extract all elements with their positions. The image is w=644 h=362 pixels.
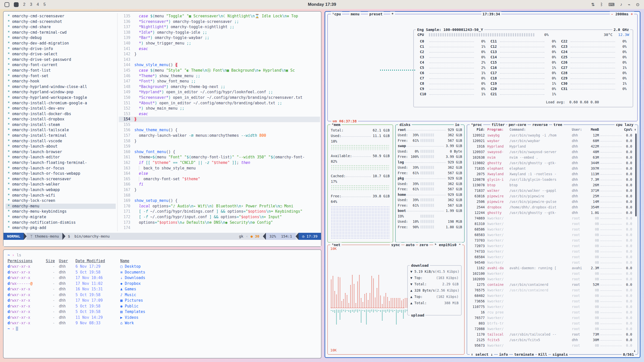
pid-header[interactable]: Pid: bbox=[469, 127, 485, 131]
file-list-item[interactable]: *omarchy-install-terminal bbox=[6, 133, 116, 139]
program-header[interactable]: Program: bbox=[485, 127, 509, 131]
workspace-3-button[interactable]: 3 bbox=[30, 2, 32, 7]
file-list-item[interactable]: *omarchy-launch-floating-terminal- bbox=[6, 160, 116, 166]
power-icon[interactable]: ⊙ bbox=[636, 2, 639, 7]
file-list-item[interactable]: *omarchy-menu bbox=[6, 204, 116, 209]
code-line[interactable]: 150 *Screensaver*) open_in_editor ~/.con… bbox=[119, 95, 320, 101]
net-auto-button[interactable]: auto bbox=[405, 242, 416, 247]
process-row[interactable]: 1170tailscal/usr/sbin/tailscaled --root7… bbox=[469, 332, 636, 337]
cpu-header[interactable]: Cpu% bbox=[623, 127, 632, 131]
code-line[interactable]: 155 bbox=[119, 122, 320, 128]
process-row[interactable]: 74733kworker/root0B0.0 bbox=[469, 249, 636, 254]
workspace-2-button[interactable]: 2 bbox=[23, 2, 25, 7]
code-line[interactable]: 135 case $(menu "Toggle" "▦ Screensaver\… bbox=[119, 14, 320, 19]
net-zero-button[interactable]: zero bbox=[418, 242, 429, 247]
file-list-item[interactable]: *omarchy-hyprland-workspace-toggle bbox=[6, 95, 116, 101]
code-line[interactable]: 162 if [[ "$theme" == "CNCLD" || -z "$th… bbox=[119, 160, 320, 166]
file-list-item[interactable]: *omarchy-install-dev-env bbox=[6, 106, 116, 111]
file-list-item[interactable]: *omarchy-dev-add-migration bbox=[6, 41, 116, 46]
workspace-active-icon[interactable] bbox=[14, 2, 19, 7]
workspace-5-button[interactable]: 5 bbox=[44, 2, 46, 7]
file-list-item[interactable]: *omarchy-lock-screen bbox=[6, 198, 116, 204]
workspace-1-icon[interactable] bbox=[5, 2, 9, 7]
code-line[interactable]: 149 *Hyprland*) open_in_editor ~/.config… bbox=[119, 89, 320, 95]
code-line[interactable]: 136 *Screensaver*) omarchy-toggle-screen… bbox=[119, 19, 320, 25]
info-button[interactable]: info bbox=[498, 352, 509, 357]
process-row[interactable]: 71837walker/usr/bin/walker --gappldhh371… bbox=[469, 188, 636, 193]
mem-header[interactable]: MemB bbox=[586, 127, 599, 131]
process-row[interactable]: 2125fcitx5/usr/bin/fcitx5dhh30M0.0 bbox=[469, 337, 636, 343]
process-row[interactable]: 2506pipewire/usr/bin/pipewire-pulsedhh14… bbox=[469, 199, 636, 204]
file-list-item[interactable]: *omarchy-launch-editor bbox=[6, 155, 116, 160]
process-row[interactable]: 72073kworker/root0B0.0 bbox=[469, 243, 636, 249]
file-list-item[interactable]: *omarchy-migrate bbox=[6, 214, 116, 220]
disks-box-title[interactable]: disks bbox=[398, 122, 412, 127]
process-row[interactable]: 76575kworker//usr/bin/containerdroot0B0.… bbox=[469, 287, 636, 293]
network-icon[interactable]: ⌁ bbox=[628, 2, 630, 7]
signals-button[interactable]: signals bbox=[551, 352, 569, 357]
file-list-item[interactable]: *omarchy-cmd-terminal-cwd bbox=[6, 30, 116, 35]
file-list-item[interactable]: *omarchy-install-vscode bbox=[6, 139, 116, 144]
kill-button[interactable]: Kill bbox=[537, 352, 548, 357]
process-row[interactable]: 119078btopbtopdhh26M0.0 bbox=[469, 182, 636, 188]
code-line[interactable]: 154} bbox=[119, 117, 320, 122]
code-line[interactable]: 169show_setup_menu() { bbox=[119, 198, 320, 204]
select-hint[interactable]: ↑ select ↓ bbox=[470, 352, 494, 357]
file-list-item[interactable]: *omarchy-debug bbox=[6, 35, 116, 41]
process-row[interactable]: 1275containe/usr/bin/containerdroot52M0.… bbox=[469, 282, 636, 287]
code-line[interactable]: 157 omarchy-launch-walker -m menus:omarc… bbox=[119, 133, 320, 139]
code-line[interactable]: 137 *Nightlight*) omarchy-toggle-nightli… bbox=[119, 24, 320, 30]
file-list-item[interactable]: *omarchy-launch-about bbox=[6, 144, 116, 149]
file-list-item[interactable]: *omarchy-install-dropbox bbox=[6, 117, 116, 122]
code-line[interactable]: 166 fi bbox=[119, 182, 320, 187]
process-row[interactable]: 120937swayosd-/usr/bin/swayosd-serverdhh… bbox=[469, 149, 636, 155]
preset-button[interactable]: preset bbox=[368, 12, 384, 17]
process-row[interactable]: 76577kworker/root0B0.0 bbox=[469, 315, 636, 321]
keyboard-icon[interactable]: ⌨ bbox=[608, 2, 615, 7]
file-list-item[interactable]: *omarchy-notification-dismiss bbox=[6, 220, 116, 225]
menu-button[interactable]: menu bbox=[349, 12, 361, 17]
file-list-item[interactable]: *omarchy-font-set bbox=[6, 73, 116, 79]
code-line[interactable]: 164 else bbox=[119, 171, 320, 176]
file-list-item[interactable]: *omarchy-cmd-screenshot bbox=[6, 19, 116, 25]
process-row[interactable]: 120878glycin-i/usr/lib/glycin-loadersdhh… bbox=[469, 177, 636, 182]
file-list-item[interactable]: *omarchy-launch-webapp bbox=[6, 187, 116, 193]
code-line[interactable]: 146 *Theme*) show_theme_menu ;; bbox=[119, 73, 320, 79]
file-list-item[interactable]: *omarchy-hook bbox=[6, 79, 116, 84]
code-line[interactable]: 156show_theme_menu() { bbox=[119, 127, 320, 133]
process-row[interactable]: 73703kworker/root0B0.0 bbox=[469, 238, 636, 243]
io-toggle[interactable]: io bbox=[454, 122, 461, 127]
file-list-item[interactable]: *omarchy-font-list bbox=[6, 68, 116, 73]
user-header[interactable]: User: bbox=[572, 127, 586, 131]
bluetooth-icon[interactable]: ᛒ bbox=[600, 2, 603, 7]
volume-icon[interactable]: ♪ bbox=[620, 2, 622, 7]
file-list-item[interactable]: *omarchy-install-steam bbox=[6, 122, 116, 128]
code-line[interactable]: 170 local options="♪ Audio\n⌁ Wifi\nᛒ Bl… bbox=[119, 204, 320, 209]
file-list-item[interactable]: *omarchy-launch-walker bbox=[6, 182, 116, 187]
file-list-item[interactable]: *omarchy-drive-select bbox=[6, 52, 116, 57]
code-line[interactable]: 153 esac bbox=[119, 111, 320, 117]
code-line[interactable]: 144show_style_menu() { bbox=[119, 62, 320, 68]
code-line[interactable]: 147 *Font*) show_font_menu ;; bbox=[119, 79, 320, 84]
workspace-4-button[interactable]: 4 bbox=[37, 2, 39, 7]
code-line[interactable]: 142} bbox=[119, 52, 320, 57]
code-line[interactable]: 158} bbox=[119, 139, 320, 144]
file-list-item[interactable]: *omarchy-install-chromium-google-a bbox=[6, 101, 116, 106]
file-list-item[interactable]: *omarchy-cmd-screensaver bbox=[6, 14, 116, 19]
file-list-item[interactable]: *omarchy-hyprland-window-pop bbox=[6, 89, 116, 95]
screenshare-icon[interactable]: ⇅ bbox=[591, 2, 595, 7]
terminal-window[interactable]: ~ › ls PermissionsSizeUserDate ModifiedN… bbox=[3, 249, 321, 358]
file-list-item[interactable]: *omarchy-launch-or-focus-webapp bbox=[6, 171, 116, 176]
code-line[interactable]: 165 ▏ omarchy-font-set "$theme" bbox=[119, 176, 320, 182]
code-line[interactable]: 168 bbox=[119, 193, 320, 198]
code-line[interactable]: 139 *Bar*) omarchy-toggle-waybar ;; bbox=[119, 35, 320, 41]
process-row[interactable]: 68586kworker/root0B0.0 bbox=[469, 227, 636, 232]
code-line[interactable]: 140 *) show_trigger_menu ;; bbox=[119, 41, 320, 46]
file-list-item[interactable]: *omarchy-drive-set-password bbox=[6, 57, 116, 63]
code-line[interactable]: 152 *) show_main_menu ;; bbox=[119, 106, 320, 111]
code-line[interactable]: 172 [ -f ~/.config/hypr/input.conf ] && … bbox=[119, 214, 320, 220]
process-row[interactable]: 102100kworker/root0B0.0 bbox=[469, 271, 636, 276]
process-row[interactable]: 63816pipewire/usr/bin/pipewiredhh25M0.0 bbox=[469, 193, 636, 199]
process-row[interactable]: 68402kworker/root0B0.0 bbox=[469, 293, 636, 298]
code-line[interactable]: 138 *Idle*) omarchy-toggle-idle ;; bbox=[119, 30, 320, 35]
